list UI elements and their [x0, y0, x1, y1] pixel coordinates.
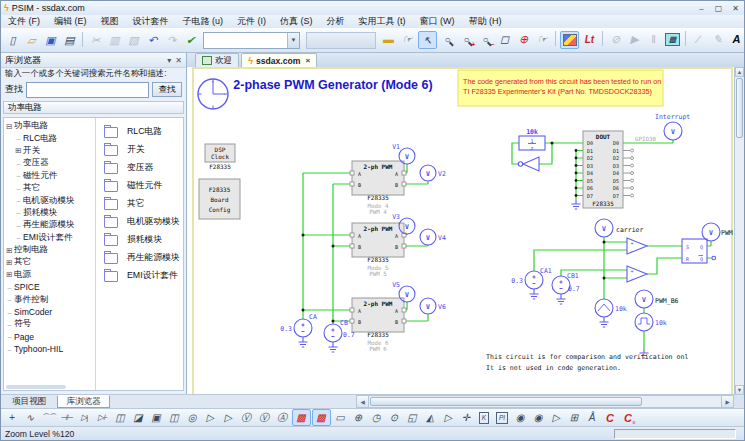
pan-hand-icon[interactable]: ☞	[399, 31, 416, 47]
tree-item[interactable]: 事件控制	[5, 293, 95, 305]
tree-expander-icon[interactable]: ⊞	[5, 246, 14, 255]
board-config-block[interactable]: F28335 Board Config	[199, 179, 240, 219]
tree-item[interactable]: SimCoder	[5, 306, 95, 318]
resistor-icon[interactable]: ∿	[22, 410, 39, 425]
fit-page-icon[interactable]: ◻	[496, 31, 513, 47]
ltspice-icon[interactable]: Lt	[581, 31, 598, 47]
combobox-input[interactable]	[204, 33, 287, 48]
menu-item[interactable]: 窗口 (W)	[413, 15, 462, 28]
comparator-icon[interactable]: ▷	[220, 410, 237, 425]
library-folder[interactable]: 磁性元件	[104, 177, 183, 195]
mux-icon[interactable]: ⊞	[566, 410, 583, 425]
zoom-in-icon[interactable]: ○+	[458, 31, 475, 47]
library-folder[interactable]: 其它	[104, 195, 183, 213]
tree-item[interactable]: Page	[5, 331, 95, 343]
print-icon[interactable]: ▤	[61, 32, 78, 48]
cut-icon[interactable]: ✂	[87, 32, 104, 48]
menu-item[interactable]: 文件 (F)	[1, 15, 47, 28]
select-cursor-icon[interactable]: ↖	[418, 31, 437, 49]
menu-item[interactable]: 编辑 (E)	[47, 15, 94, 28]
tree-expander-icon[interactable]	[14, 233, 23, 242]
voltage-sensor-icon[interactable]: ◉	[512, 410, 529, 425]
tree-item[interactable]: ⊟ 功率电路	[5, 120, 95, 132]
tree-item[interactable]: 符号	[5, 318, 95, 330]
scroll-right-icon[interactable]: ▶	[721, 396, 733, 407]
close-button[interactable]: ✕	[727, 2, 744, 14]
run-sim-icon[interactable]: ▶	[626, 31, 643, 47]
igbt-icon[interactable]: ◫	[112, 410, 129, 425]
wire-icon[interactable]: +	[4, 410, 21, 425]
tab-document[interactable]: ϟ ssdax.com ×	[241, 53, 317, 67]
zoom-out-icon[interactable]: ○−	[477, 31, 494, 47]
maximize-button[interactable]: ▢	[710, 2, 727, 14]
tree-expander-icon[interactable]	[5, 308, 14, 317]
buffer-icon[interactable]: ▷	[440, 410, 457, 425]
mosfet-icon[interactable]: ◪	[130, 410, 147, 425]
tree-item[interactable]: ⊞ 其它	[5, 256, 95, 268]
tree-item[interactable]: 变压器	[5, 157, 95, 169]
chevron-down-icon[interactable]: ▼	[287, 33, 299, 48]
element-combobox[interactable]: ▼	[203, 32, 300, 49]
current-probe-icon[interactable]: Ⓐ	[274, 410, 291, 425]
search-button[interactable]: 查找	[152, 82, 182, 97]
draw-line-icon[interactable]: ∕	[690, 31, 707, 47]
tree-item[interactable]: ⊞ 开关	[5, 145, 95, 157]
tree-item[interactable]: 磁性元件	[5, 170, 95, 182]
draw-pen-icon[interactable]: ✎	[709, 31, 726, 47]
tree-expander-icon[interactable]	[5, 295, 14, 304]
vscroll-thumb[interactable]	[736, 78, 743, 138]
label-tool-icon[interactable]: ▬	[380, 31, 397, 47]
tree-item[interactable]: 再生能源模块	[5, 219, 95, 231]
scroll-left-icon[interactable]: ◀	[357, 396, 369, 407]
update-icon[interactable]: ✔	[182, 32, 199, 48]
undo-icon[interactable]: ↶	[144, 32, 161, 48]
stop-sim-icon[interactable]: ⊘	[607, 31, 624, 47]
tree-expander-icon[interactable]	[14, 221, 23, 230]
dsp-clock-block[interactable]: DSP Clock F28335	[205, 144, 235, 170]
library-folder[interactable]: EMI设计套件	[104, 267, 183, 285]
tree-expander-icon[interactable]	[5, 345, 14, 354]
inductor-icon[interactable]: ⌒⌒	[40, 410, 57, 425]
tree-item[interactable]: Typhoon-HIL	[5, 343, 95, 355]
tree-expander-icon[interactable]: ⊞	[5, 270, 14, 279]
panel-tab[interactable]: 项目视图	[3, 395, 55, 408]
menu-item[interactable]: 元件 (I)	[230, 15, 273, 28]
c-script-icon[interactable]: Cs	[620, 410, 637, 425]
tree-expander-icon[interactable]	[14, 159, 23, 168]
copy-icon[interactable]: ▥	[106, 32, 123, 48]
machine-icon[interactable]: ◎	[184, 410, 201, 425]
menu-item[interactable]: 分析	[320, 15, 352, 28]
schematic-canvas[interactable]: 2-phase PWM Generator (Mode 6) The code …	[187, 67, 744, 395]
redo-icon[interactable]: ↷	[163, 32, 180, 48]
menu-item[interactable]: 帮助 (H)	[462, 15, 509, 28]
thyristor-icon[interactable]: ▷⊦	[94, 410, 111, 425]
save-icon[interactable]: ▣	[42, 32, 59, 48]
tree-expander-icon[interactable]	[5, 283, 14, 292]
zoom-area-icon[interactable]: ⊕	[515, 31, 532, 47]
menu-item[interactable]: 子电路 (u)	[176, 15, 231, 28]
pin-dropdown-icon[interactable]: ▾	[167, 56, 171, 65]
separator[interactable]	[82, 32, 83, 47]
hscroll-thumb[interactable]	[370, 397, 642, 406]
triangle-source-icon[interactable]: ◭	[422, 410, 439, 425]
library-folder[interactable]: 电机驱动模块	[104, 213, 183, 231]
opamp2-icon[interactable]: ▷	[548, 410, 565, 425]
tree-item[interactable]: RLC电路	[5, 132, 95, 144]
opamp-icon[interactable]: ▷	[202, 410, 219, 425]
pi-block-icon[interactable]: PI	[494, 410, 511, 425]
menu-item[interactable]: 实用工具 (t)	[352, 15, 413, 28]
subcircuit-icon[interactable]: ▭	[332, 410, 349, 425]
tree-item[interactable]: SPICE	[5, 281, 95, 293]
search-input[interactable]	[26, 82, 149, 98]
tree-expander-icon[interactable]	[5, 332, 14, 341]
node-icon[interactable]: Å	[584, 410, 601, 425]
square-source-icon[interactable]: ◱	[404, 410, 421, 425]
simcoder-view-icon[interactable]: ▩	[664, 31, 681, 47]
separator[interactable]	[685, 31, 686, 46]
paste-icon[interactable]: ▧	[125, 32, 142, 48]
tree-expander-icon[interactable]	[14, 196, 23, 205]
capacitor-icon[interactable]: ⊣⊢	[58, 410, 75, 425]
pause-sim-icon[interactable]: ‖	[645, 31, 662, 47]
c-block-icon[interactable]: C	[602, 410, 619, 425]
menu-item[interactable]: 仿真 (S)	[273, 15, 320, 28]
